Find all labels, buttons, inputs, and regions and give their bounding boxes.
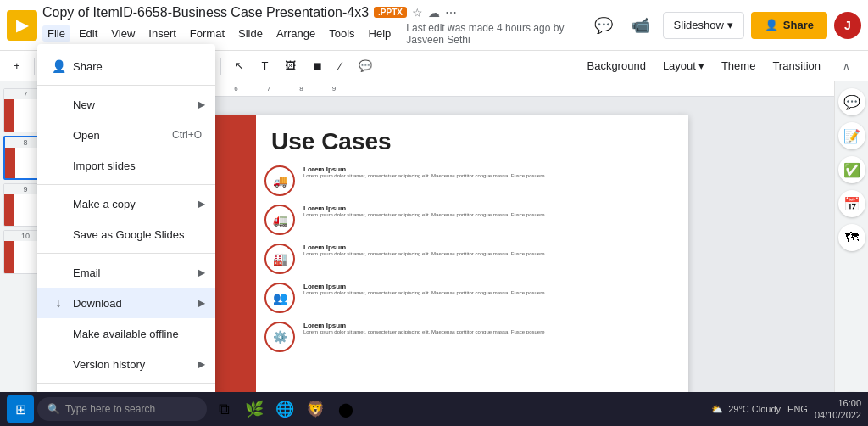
tasks-icon[interactable]: ✅ (838, 156, 865, 183)
menu-arrange[interactable]: Arrange (271, 25, 320, 42)
doc-title-text: Copy of ItemID-6658-Business Case Presen… (42, 5, 369, 20)
avatar[interactable]: J (834, 12, 861, 39)
menu-file[interactable]: File (42, 25, 70, 42)
slide-canvas[interactable]: Use Cases 🚚 Lorem Ipsum Lorem ipsum dolo… (197, 115, 688, 410)
menu-item-save-google[interactable]: Save as Google Slides (37, 219, 215, 249)
maps-icon[interactable]: 🗺 (838, 224, 865, 251)
cloud-icon[interactable]: ☁ (428, 6, 440, 20)
lines-button[interactable]: ∕ (332, 54, 348, 78)
slide-item-3: 👥 Lorem Ipsum Lorem ipsum dolor sit amet… (264, 283, 675, 313)
taskbar-widgets[interactable]: 🌿 (241, 395, 268, 423)
slide-item-icon-3: 👥 (264, 283, 295, 313)
menu-section-copy: Make a copy ▶ Save as Google Slides (37, 185, 215, 254)
slide-item-heading-0: Lorem Ipsum (303, 165, 544, 173)
email-arrow-icon: ▶ (198, 266, 205, 278)
menu-section-share2: Email ▶ ↓ Download ▶ Make available offl… (37, 254, 215, 384)
chat-icon[interactable]: 💬 (838, 88, 865, 115)
slide-item-body-3: Lorem ipsum dolor sit amet, consectetuer… (303, 290, 544, 297)
taskbar-systray: ⛅ 29°C Cloudy (711, 404, 781, 415)
menu-item-make-copy[interactable]: Make a copy ▶ (37, 188, 215, 219)
share-button[interactable]: 👤 Share (751, 12, 827, 39)
taskbar-chrome[interactable]: ⬤ (332, 395, 359, 423)
background-button[interactable]: Background (580, 54, 652, 78)
slide-item-0: 🚚 Lorem Ipsum Lorem ipsum dolor sit amet… (264, 165, 675, 196)
cursor-button[interactable]: ↖ (228, 54, 251, 78)
download-item-icon: ↓ (51, 296, 66, 310)
copy-arrow-icon: ▶ (198, 198, 205, 210)
title-area: Copy of ItemID-6658-Business Case Presen… (42, 5, 588, 46)
slide-item-body-4: Lorem ipsum dolor sit amet, consectetuer… (303, 329, 544, 336)
open-shortcut: Ctrl+O (172, 129, 202, 141)
menu-item-download[interactable]: ↓ Download ▶ (37, 288, 215, 318)
slideshow-button[interactable]: Slideshow ▾ (663, 12, 744, 39)
menu-item-history-label: Version history (73, 358, 145, 371)
menu-item-version-history[interactable]: Version history ▶ (37, 349, 215, 379)
menu-item-open[interactable]: Open Ctrl+O (37, 120, 215, 150)
taskbar-edge[interactable]: 🌐 (271, 395, 298, 423)
star-icon[interactable]: ☆ (412, 6, 423, 20)
menu-item-new[interactable]: New ▶ (37, 89, 215, 120)
slide-items: 🚚 Lorem Ipsum Lorem ipsum dolor sit amet… (264, 165, 675, 352)
taskbar-search-icon: 🔍 (47, 403, 60, 415)
slide-item-text-4: Lorem Ipsum Lorem ipsum dolor sit amet, … (303, 322, 544, 336)
slide-item-heading-2: Lorem Ipsum (303, 244, 544, 251)
menu-insert[interactable]: Insert (143, 25, 181, 42)
menu-section-share: 👤 Share (37, 48, 215, 86)
add-slide-button[interactable]: + (7, 54, 27, 78)
meet-icon[interactable]: 📹 (626, 10, 656, 41)
toolbar-divider-1 (34, 58, 35, 75)
menu-tools[interactable]: Tools (324, 25, 359, 42)
menu-edit[interactable]: Edit (74, 25, 103, 42)
menu-item-share[interactable]: 👤 Share (37, 51, 215, 81)
text-button[interactable]: T (254, 54, 275, 78)
menu-item-offline-label: Make available offline (73, 328, 179, 340)
calendar-icon[interactable]: 📅 (838, 190, 865, 217)
gdrive-icon[interactable]: ⋯ (445, 6, 457, 20)
file-menu: 👤 Share New ▶ Open Ctrl+O Import slides … (37, 44, 215, 426)
slide-title: Use Cases (271, 128, 392, 155)
image-button[interactable]: 🖼 (278, 54, 303, 78)
download-arrow-icon: ▶ (198, 297, 205, 309)
slide-item-icon-1: 🚛 (264, 205, 295, 235)
weather-temp: 29°C Cloudy (728, 404, 781, 414)
app-icon: ▶ (7, 10, 37, 41)
taskbar-task-view[interactable]: ⧉ (210, 395, 237, 423)
new-arrow-icon: ▶ (198, 98, 205, 110)
menu-item-share-label: Share (73, 60, 103, 73)
comment-button[interactable]: 💬 (352, 54, 379, 78)
menu-item-import-slides[interactable]: Import slides (37, 150, 215, 181)
layout-button[interactable]: Layout ▾ (656, 54, 711, 78)
share-person-icon: 👤 (765, 19, 778, 31)
slide-item-text-3: Lorem Ipsum Lorem ipsum dolor sit amet, … (303, 283, 544, 297)
top-bar: ▶ Copy of ItemID-6658-Business Case Pres… (0, 0, 868, 51)
top-right-controls: 💬 📹 Slideshow ▾ 👤 Share J (588, 10, 861, 41)
theme-button[interactable]: Theme (715, 54, 762, 78)
weather-icon: ⛅ (711, 404, 723, 415)
notes-icon[interactable]: 📝 (838, 122, 865, 149)
slide-item-2: 🏭 Lorem Ipsum Lorem ipsum dolor sit amet… (264, 244, 675, 274)
toolbar-divider-3 (220, 58, 221, 75)
menu-help[interactable]: Help (364, 25, 397, 42)
taskbar-search[interactable]: 🔍 Type here to search (37, 397, 207, 421)
transition-button[interactable]: Transition (765, 54, 827, 78)
menu-item-new-label: New (73, 98, 95, 111)
menu-item-offline[interactable]: Make available offline (37, 318, 215, 349)
collapse-toolbar-icon[interactable]: ∧ (831, 51, 861, 81)
comments-icon[interactable]: 💬 (588, 10, 619, 41)
shapes-button[interactable]: ◼ (306, 54, 329, 78)
slide-item-text-2: Lorem Ipsum Lorem ipsum dolor sit amet, … (303, 244, 544, 258)
slide-item-body-1: Lorem ipsum dolor sit amet, consectetuer… (303, 212, 544, 219)
taskbar-brave[interactable]: 🦁 (302, 395, 329, 423)
start-button[interactable]: ⊞ (7, 395, 34, 423)
menu-view[interactable]: View (106, 25, 140, 42)
menu-item-email[interactable]: Email ▶ (37, 257, 215, 288)
menu-section-file-ops: New ▶ Open Ctrl+O Import slides (37, 86, 215, 185)
slide-item-heading-3: Lorem Ipsum (303, 283, 544, 290)
menu-item-copy-label: Make a copy (73, 198, 136, 210)
menu-slide[interactable]: Slide (233, 25, 268, 42)
taskbar-language: ENG (787, 404, 808, 414)
slide-item-1: 🚛 Lorem Ipsum Lorem ipsum dolor sit amet… (264, 205, 675, 235)
taskbar: ⊞ 🔍 Type here to search ⧉ 🌿 🌐 🦁 ⬤ ⛅ 29°C… (0, 392, 868, 426)
menu-format[interactable]: Format (185, 25, 230, 42)
slide-item-body-2: Lorem ipsum dolor sit amet, consectetuer… (303, 251, 544, 258)
